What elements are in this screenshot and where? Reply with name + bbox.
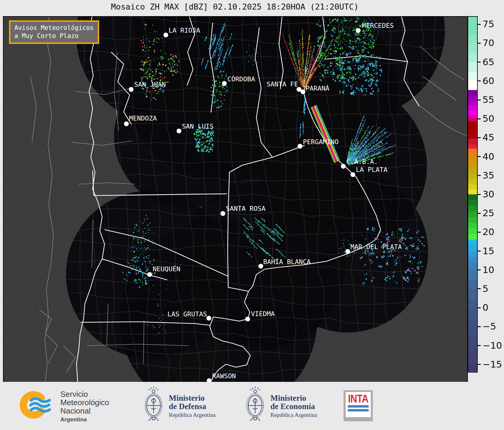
city-label: SAN JUAN	[134, 81, 166, 88]
colorbar-segment	[468, 90, 477, 95]
inta-bar-2	[348, 409, 369, 411]
city-marker	[341, 164, 346, 169]
colorbar-segment	[468, 270, 477, 280]
city-marker	[177, 129, 181, 133]
colorbar-segment	[468, 106, 477, 111]
colorbar-segment	[468, 279, 477, 289]
colorbar-tick	[477, 213, 481, 214]
city-marker	[163, 33, 168, 37]
inta-logo: INTA	[344, 390, 373, 421]
colorbar-segment	[468, 184, 477, 190]
colorbar-tick-label: 70	[482, 37, 494, 48]
colorbar-segment	[468, 43, 477, 53]
economia-line-1: Ministerio	[270, 394, 317, 402]
colorbar-segment	[468, 355, 477, 365]
colorbar-tick-label: −5	[482, 321, 496, 332]
smn-logo-icon	[20, 389, 56, 421]
smn-name-1: Servicio	[60, 390, 109, 398]
warning-box: Avisos Meteorológicos a Muy Corto Plazo	[9, 20, 99, 44]
radar-product: Mosaico ZH MAX [dBZ] 02.10.2025 18:20HOA…	[0, 0, 504, 430]
colorbar-tick	[477, 345, 481, 346]
colorbar-tick-label: 75	[482, 19, 494, 29]
colorbar-tick	[477, 156, 481, 157]
colorbar-tick	[477, 251, 481, 251]
city-label: PARANÁ	[306, 85, 329, 92]
colorbar-segment	[468, 262, 477, 270]
city-label: LAS GRUTAS	[168, 310, 207, 318]
economia-sub: República Argentina	[270, 412, 317, 418]
city-marker	[245, 317, 250, 321]
colorbar-tick	[477, 175, 481, 176]
city-label: NEUQUÉN	[153, 265, 180, 273]
colorbar-segment	[468, 240, 477, 246]
city-label: SANTA ROSA	[226, 205, 265, 212]
city-marker	[124, 121, 129, 126]
colorbar-segment	[468, 206, 477, 212]
city-marker	[350, 172, 355, 177]
city-marker	[258, 264, 263, 269]
inta-wordmark: INTA	[348, 394, 368, 404]
colorbar-segment	[468, 251, 477, 257]
colorbar-segment	[468, 211, 477, 217]
colorbar-segment	[468, 121, 477, 130]
city-marker	[220, 211, 225, 216]
colorbar-tick	[477, 100, 481, 100]
colorbar-segment	[468, 163, 477, 169]
smn-name-2: Meteorológico	[60, 398, 109, 407]
argentina-crest-icon	[244, 385, 266, 423]
colorbar-segment	[468, 246, 477, 251]
colorbar-tick-label: 10	[482, 264, 494, 275]
city-label: SANTA FE	[266, 80, 298, 88]
city-marker	[147, 272, 152, 277]
colorbar-tick	[477, 269, 481, 270]
defensa-sub: República Argentina	[169, 412, 215, 418]
city-label: RAWSON	[212, 372, 236, 380]
colorbar-tick-label: −15	[482, 359, 502, 370]
smn-name-3: Nacional	[60, 407, 109, 415]
colorbar-tick	[477, 307, 481, 308]
smn-name-4: Argentina	[60, 416, 109, 423]
city-label: MAR DEL PLATA	[350, 243, 402, 251]
argentina-crest-icon	[143, 385, 165, 423]
colorbar-segment	[468, 111, 477, 115]
city-label: SAN LUIS	[182, 123, 214, 130]
radar-map: LA RIOJAMERCEDESSAN JUANCÓRDOBASANTA FEP…	[3, 16, 468, 382]
colorbar-segment	[468, 139, 477, 145]
colorbar-segment	[468, 153, 477, 158]
colorbar-segment	[468, 118, 477, 122]
defensa-logo: Ministerio de Defensa República Argentin…	[143, 385, 215, 423]
city-marker	[206, 316, 211, 321]
economia-line-2: de Economía	[270, 402, 317, 411]
city-marker	[345, 249, 350, 254]
colorbar-segment	[468, 169, 477, 174]
reflectivity-colorbar	[468, 16, 478, 373]
city-marker	[222, 81, 227, 86]
colorbar-tick	[477, 326, 481, 327]
colorbar-segment	[468, 95, 477, 101]
colorbar-segment	[468, 327, 477, 336]
economia-logo: Ministerio de Economía República Argenti…	[244, 385, 317, 423]
inta-logo-frame: INTA	[344, 390, 373, 421]
colorbar-segment	[468, 317, 477, 327]
colorbar-tick-label: 45	[482, 132, 494, 143]
city-label: BAHÍA BLANCA	[263, 258, 311, 266]
colorbar-segment	[468, 80, 477, 90]
colorbar-segment	[468, 200, 477, 206]
inta-bar-1	[348, 405, 369, 408]
defensa-line-2: de Defensa	[169, 402, 215, 411]
product-title: Mosaico ZH MAX [dBZ] 02.10.2025 18:20HOA…	[3, 2, 467, 11]
colorbar-tick	[477, 24, 481, 25]
colorbar-segment	[468, 336, 477, 346]
colorbar-segment	[468, 289, 477, 298]
colorbar-segment	[468, 149, 477, 153]
footer: Servicio Meteorológico Nacional Argentin…	[0, 382, 504, 430]
colorbar-segment	[468, 62, 477, 72]
colorbar-tick-label: 60	[482, 75, 494, 86]
colorbar-segment	[468, 53, 477, 62]
colorbar-segment	[468, 115, 477, 119]
colorbar-segment	[468, 190, 477, 195]
city-label: C.A.B.A.	[346, 158, 378, 165]
colorbar-segment	[468, 223, 477, 229]
colorbar-tick-label: 15	[482, 246, 494, 256]
colorbar-segment	[468, 365, 477, 372]
